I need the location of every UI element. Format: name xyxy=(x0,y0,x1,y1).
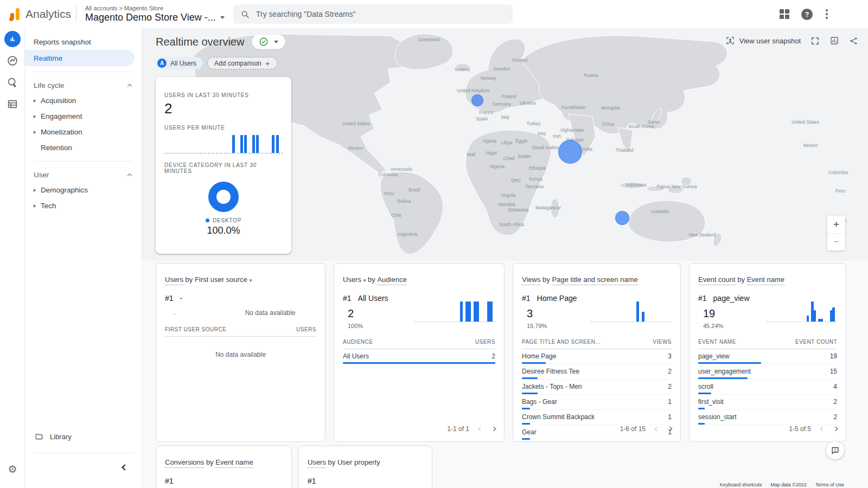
table-row[interactable]: Jackets - Tops - Men2 xyxy=(522,380,672,395)
map-country-label: Kazakhstan xyxy=(561,105,585,110)
all-users-chip[interactable]: A All Users xyxy=(156,57,203,69)
table-row[interactable]: All Users2 xyxy=(343,349,495,364)
row-value: 2 xyxy=(492,352,495,360)
realtime-summary-card: USERS IN LAST 30 MINUTES 2 USERS PER MIN… xyxy=(156,77,291,254)
card-title[interactable]: Views by Page title and screen name xyxy=(522,275,672,285)
sidebar-subitem[interactable]: Acquisition xyxy=(25,93,141,108)
previous-page-icon[interactable] xyxy=(655,427,659,431)
card-title[interactable]: Users by User property xyxy=(308,458,423,468)
data-quality-badge[interactable] xyxy=(252,34,285,49)
row-value: 1 xyxy=(668,413,672,421)
search-input[interactable] xyxy=(256,10,505,18)
app-header: Analytics All accounts > Magento Store M… xyxy=(0,0,868,28)
map-country-label: Namibia xyxy=(498,202,515,207)
map-country-label: Iraq xyxy=(538,131,546,136)
no-data-sparkline: No data available xyxy=(224,309,316,317)
property-selector[interactable]: Magento Demo Store View -... xyxy=(85,12,225,23)
card-title[interactable]: Event count by Event name xyxy=(698,275,837,285)
keyboard-shortcuts-link[interactable]: Keyboard shortcuts xyxy=(720,482,762,487)
fullscreen-icon[interactable] xyxy=(810,36,820,46)
row-bar xyxy=(522,393,538,394)
events-table: page_view19 user_engagement15 scroll4 fi… xyxy=(698,349,837,425)
card-users-by-user-property: Users by User property #1 xyxy=(298,446,432,488)
zoom-out-button[interactable]: − xyxy=(827,233,845,251)
sidebar-subitem[interactable]: Engagement xyxy=(25,108,141,124)
feedback-button[interactable] xyxy=(826,441,844,459)
share-icon[interactable] xyxy=(849,36,858,46)
row-name: Home Page xyxy=(522,352,556,360)
table-row[interactable]: page_view19 xyxy=(698,349,837,364)
row-value: 4 xyxy=(833,383,837,390)
sidebar-item-reports-snapshot[interactable]: Reports snapshot xyxy=(25,34,135,50)
search-bar[interactable] xyxy=(233,4,513,24)
desktop-percentage: 100.0% xyxy=(164,225,283,236)
row-name: Crown Summit Backpack xyxy=(522,413,595,421)
sidebar-subitem[interactable]: Tech xyxy=(25,198,141,214)
bar-chart-icon xyxy=(8,35,17,43)
add-comparison-chip[interactable]: Add comparison + xyxy=(207,57,277,69)
next-page-icon[interactable] xyxy=(833,427,838,431)
row-name: Desiree Fitness Tee xyxy=(522,368,579,375)
sidebar-section-user[interactable]: User xyxy=(25,167,141,182)
view-user-snapshot-button[interactable]: View user snapshot xyxy=(725,36,801,46)
google-apps-icon[interactable] xyxy=(780,9,789,19)
zoom-in-button[interactable]: + xyxy=(827,216,845,233)
row-bar xyxy=(698,408,705,409)
map-country-label: Norway xyxy=(481,75,496,81)
analytics-logo[interactable]: Analytics xyxy=(0,7,74,21)
collapse-sidebar-button[interactable] xyxy=(123,462,127,472)
sidebar-subitem[interactable]: Monetization xyxy=(25,124,141,140)
map-country-label: Germany xyxy=(492,101,511,107)
table-row[interactable]: Desiree Fitness Tee2 xyxy=(522,364,672,380)
terms-of-use-link[interactable]: Terms of Use xyxy=(815,482,844,487)
table-row[interactable]: session_start2 xyxy=(698,410,837,425)
previous-page-icon[interactable] xyxy=(820,427,825,431)
desktop-legend-dot xyxy=(206,219,209,222)
map-country-label: Madagascar xyxy=(535,205,561,210)
rank-number: #1 xyxy=(522,294,531,303)
rail-reports-icon[interactable] xyxy=(0,28,25,50)
spark-bar xyxy=(642,312,644,322)
table-row[interactable]: first_visit2 xyxy=(698,395,837,410)
card-title-segment: Users xyxy=(308,458,326,468)
pagination-label: 1-6 of 15 xyxy=(620,425,646,433)
sidebar-item-realtime[interactable]: Realtime xyxy=(25,50,135,66)
table-row[interactable]: scroll4 xyxy=(698,380,837,395)
map-country-label: Algeria xyxy=(482,138,496,144)
map-country-label: United States xyxy=(342,121,370,126)
card-title[interactable]: Users by First user source▾ xyxy=(165,275,316,285)
sidebar-item-library[interactable]: Library xyxy=(25,428,141,445)
rail-advertising-icon[interactable] xyxy=(0,72,25,93)
table-row[interactable]: Crown Summit Backpack1 xyxy=(522,410,672,425)
map-country-label: Colombia xyxy=(379,172,398,177)
row-value: 2 xyxy=(833,413,837,421)
spark-bar xyxy=(465,301,468,322)
next-page-icon[interactable] xyxy=(492,427,496,431)
map-country-label: Papua New Guinea xyxy=(657,184,697,189)
sidebar-subitem[interactable]: Demographics xyxy=(25,182,141,198)
sidebar-subitem[interactable]: Retention xyxy=(25,140,141,156)
card-title[interactable]: Conversions by Event name xyxy=(165,458,283,468)
more-vertical-icon[interactable] xyxy=(825,8,829,20)
card-conversions-by-event-name: Conversions by Event name #1 xyxy=(156,446,292,488)
help-icon[interactable]: ? xyxy=(801,9,813,20)
rail-explore-icon[interactable] xyxy=(0,50,25,72)
previous-page-icon[interactable] xyxy=(478,427,483,431)
breadcrumb[interactable]: All accounts > Magento Store xyxy=(85,5,225,11)
spark-bar xyxy=(807,316,809,322)
table-row[interactable]: user_engagement15 xyxy=(698,364,837,380)
sidebar-section-life-cycle[interactable]: Life cycle xyxy=(25,78,141,93)
settings-gear-icon[interactable]: ⚙ xyxy=(0,463,25,475)
metric-percentage: 15.79% xyxy=(527,323,672,329)
edit-chart-icon[interactable] xyxy=(829,36,839,46)
map-country-label: Argentina xyxy=(397,232,417,237)
rail-configure-icon[interactable] xyxy=(0,93,25,115)
next-page-icon[interactable] xyxy=(668,427,672,431)
card-title-segment: Users xyxy=(165,275,183,285)
card-title[interactable]: Users▾ by Audience xyxy=(343,275,495,285)
row-value: 15 xyxy=(830,368,837,375)
map-country-label: Botswana xyxy=(508,207,528,213)
table-row[interactable]: Bags - Gear1 xyxy=(522,395,672,410)
header-divider xyxy=(76,6,76,22)
table-row[interactable]: Home Page3 xyxy=(522,349,672,364)
